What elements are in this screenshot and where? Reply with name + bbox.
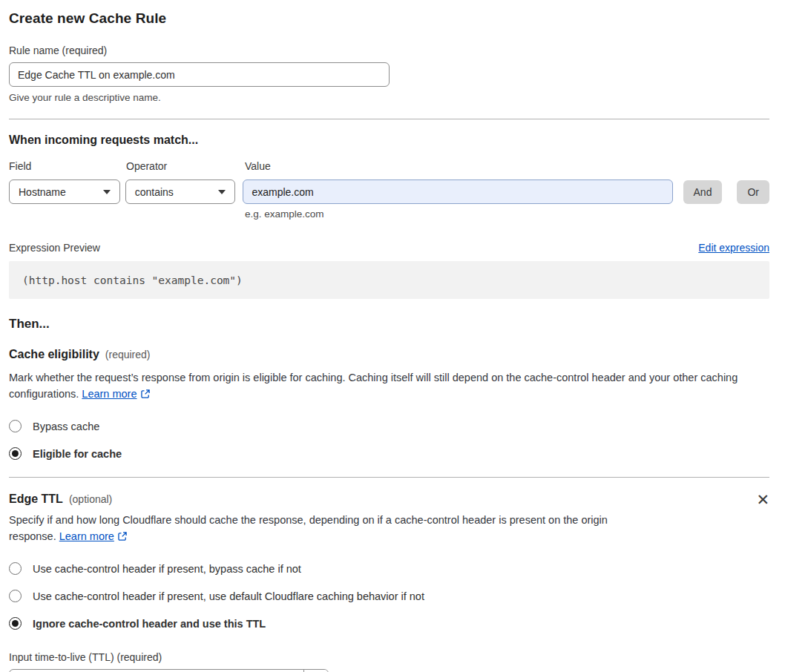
field-select-value: Hostname [19, 186, 66, 198]
learn-more-link[interactable]: Learn more [59, 530, 114, 542]
field-select[interactable]: Hostname [9, 179, 120, 204]
radio-option-use-header-default[interactable]: Use cache-control header if present, use… [9, 590, 769, 602]
operator-label: Operator [126, 160, 245, 172]
radio-option-use-header-bypass[interactable]: Use cache-control header if present, byp… [9, 562, 769, 575]
page-title: Create new Cache Rule [9, 10, 769, 27]
chevron-down-icon [103, 190, 111, 194]
edge-ttl-heading: Edge TTL [9, 493, 63, 506]
or-button[interactable]: Or [737, 180, 769, 204]
close-icon[interactable]: ✕ [756, 494, 769, 506]
expression-preview-row: Expression Preview Edit expression [9, 242, 769, 254]
radio-option-eligible-for-cache[interactable]: Eligible for cache [9, 447, 769, 460]
radio-option-bypass-cache[interactable]: Bypass cache [9, 420, 769, 432]
radio-option-label: Use cache-control header if present, use… [33, 590, 424, 602]
radio-option-label: Eligible for cache [33, 448, 122, 460]
cache-eligibility-description: Mark whether the request’s response from… [9, 370, 757, 403]
operator-select[interactable]: contains [125, 179, 236, 204]
radio-option-label: Bypass cache [33, 421, 99, 432]
edge-ttl-qualifier: (optional) [69, 493, 112, 505]
value-input[interactable] [243, 179, 672, 204]
expression-code: (http.host contains "example.com") [9, 261, 769, 299]
external-link-icon [140, 388, 151, 404]
cache-eligibility-qualifier: (required) [105, 349, 151, 360]
radio-option-label: Use cache-control header if present, byp… [33, 563, 301, 575]
edge-ttl-header: Edge TTL (optional) ✕ [9, 493, 769, 506]
and-button[interactable]: And [683, 180, 723, 204]
ttl-input-label: Input time-to-live (TTL) (required) [9, 651, 769, 663]
learn-more-link[interactable]: Learn more [82, 388, 137, 400]
radio-button-icon[interactable] [9, 590, 22, 602]
rule-name-help: Give your rule a descriptive name. [9, 92, 769, 103]
match-row: Hostname contains And Or [9, 179, 769, 204]
radio-button-icon[interactable] [9, 447, 22, 460]
external-link-icon [117, 530, 128, 547]
match-heading: When incoming requests match... [9, 134, 769, 147]
edge-ttl-description: Specify if and how long Cloudflare shoul… [9, 513, 626, 546]
cache-eligibility-heading: Cache eligibility [9, 348, 99, 361]
radio-button-icon[interactable] [9, 562, 22, 575]
edge-ttl-heading-group: Edge TTL (optional) [9, 493, 112, 506]
rule-name-label: Rule name (required) [9, 45, 769, 56]
ttl-select[interactable]: 1 day [9, 669, 329, 672]
section-divider [9, 477, 769, 478]
field-label: Field [9, 160, 126, 172]
value-label: Value [245, 160, 271, 172]
rule-name-input[interactable] [9, 62, 390, 87]
radio-option-ignore-header-use-ttl[interactable]: Ignore cache-control header and use this… [9, 617, 769, 630]
operator-select-value: contains [135, 186, 174, 198]
section-divider [9, 119, 769, 119]
edit-expression-link[interactable]: Edit expression [698, 242, 769, 254]
radio-button-icon[interactable] [9, 617, 22, 630]
expression-preview-label: Expression Preview [9, 242, 100, 254]
radio-option-label: Ignore cache-control header and use this… [33, 618, 266, 630]
radio-button-icon[interactable] [9, 420, 22, 432]
chevron-down-icon [218, 190, 226, 194]
cache-eligibility-header: Cache eligibility (required) [9, 348, 769, 361]
then-heading: Then... [9, 317, 769, 332]
match-column-labels: Field Operator Value [9, 160, 769, 172]
value-help: e.g. example.com [245, 208, 769, 220]
